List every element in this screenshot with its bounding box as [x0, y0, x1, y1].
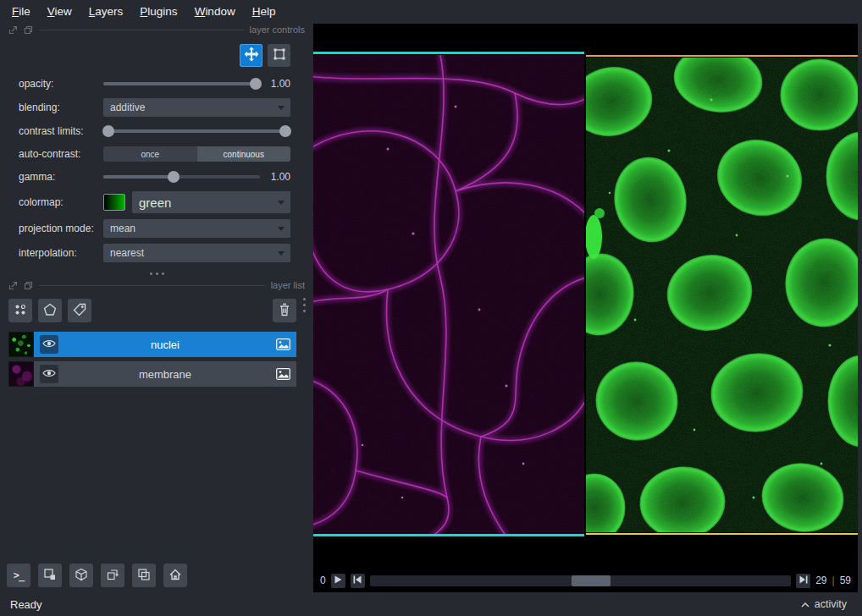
gamma-label: gamma: — [19, 171, 103, 183]
layer-row-membrane[interactable]: membrane — [8, 361, 296, 387]
transpose-icon — [106, 568, 119, 584]
left-dock-panel: layer controls opacity: — [0, 22, 313, 592]
slider-knob[interactable] — [250, 78, 262, 90]
skip-to-start-icon — [352, 575, 362, 587]
orange-boundary-line-top — [586, 55, 858, 57]
slider-fill — [103, 175, 174, 179]
layer-visibility-button[interactable] — [40, 335, 58, 354]
dock-canvas-splitter[interactable] — [303, 298, 306, 312]
new-points-layer-button[interactable] — [8, 299, 32, 322]
transform-icon — [272, 47, 287, 64]
slider-knob[interactable] — [168, 171, 180, 183]
gamma-slider[interactable] — [103, 170, 260, 184]
auto-contrast-continuous-button[interactable]: continuous — [197, 146, 291, 162]
header-divider — [39, 285, 265, 286]
activity-label: activity — [815, 598, 847, 610]
menu-layers[interactable]: Layers — [80, 3, 132, 20]
auto-contrast-once-button[interactable]: once — [103, 146, 197, 162]
menu-plugins[interactable]: Plugins — [131, 3, 185, 20]
trash-icon — [278, 303, 291, 319]
gamma-value: 1.00 — [260, 171, 290, 183]
contrast-max-knob[interactable] — [279, 125, 291, 137]
layer-name: membrane — [34, 368, 296, 381]
layer-row-nuclei[interactable]: nuclei — [8, 332, 296, 357]
slider-fill — [108, 129, 285, 133]
layer-list-header: layer list — [0, 278, 313, 293]
dims-slider-row: 0 29 | 59 — [320, 573, 851, 588]
layer-list-title: layer list — [271, 280, 305, 290]
menu-view[interactable]: View — [39, 3, 80, 20]
layer-controls-title: layer controls — [250, 25, 305, 35]
frame-slider-handle[interactable] — [572, 575, 611, 586]
menu-file[interactable]: File — [3, 3, 39, 20]
layer-list-toolbar — [0, 293, 313, 327]
grid-view-button[interactable] — [132, 564, 156, 587]
jump-to-start-button[interactable] — [351, 574, 365, 588]
projection-mode-dropdown[interactable]: mean — [103, 219, 290, 238]
yellow-boundary-line-bottom — [586, 533, 858, 535]
dim-axis-label: 0 — [320, 575, 326, 586]
popout-panel-icon[interactable] — [24, 25, 33, 35]
interpolation-label: interpolation: — [19, 247, 103, 259]
contrast-min-knob[interactable] — [102, 125, 114, 137]
menubar: File View Layers Plugins Window Help — [0, 0, 862, 22]
blending-value: additive — [110, 102, 145, 113]
slider-fill — [103, 82, 260, 85]
chevron-down-icon — [278, 227, 285, 231]
eye-icon — [42, 338, 56, 351]
layer-name: nuclei — [34, 338, 296, 351]
console-button[interactable]: >_ — [7, 564, 30, 587]
play-button[interactable] — [331, 574, 345, 588]
labels-tag-icon — [73, 303, 86, 319]
play-icon — [333, 575, 343, 587]
layer-thumbnail — [8, 332, 34, 357]
viewer-canvas[interactable] — [313, 24, 858, 567]
layer-controls-panel: opacity: 1.00 blending: additive contras… — [0, 37, 313, 262]
ndisplay-icon — [43, 568, 57, 584]
jump-to-end-button[interactable] — [796, 574, 810, 588]
cyan-boundary-line-bottom — [313, 534, 584, 536]
menu-help[interactable]: Help — [244, 3, 285, 20]
points-icon — [14, 303, 27, 319]
image-layer-icon — [276, 338, 290, 350]
chevron-up-icon — [801, 598, 810, 610]
colormap-value: green — [139, 195, 171, 210]
menu-window[interactable]: Window — [186, 3, 244, 20]
interpolation-dropdown[interactable]: nearest — [103, 244, 290, 262]
dock-splitter-handle[interactable] — [0, 268, 313, 278]
cube-icon — [75, 568, 88, 584]
colormap-dropdown[interactable]: green — [132, 191, 290, 213]
blending-dropdown[interactable]: additive — [103, 98, 290, 117]
eye-icon — [42, 368, 56, 381]
new-labels-layer-button[interactable] — [68, 299, 91, 322]
home-icon — [169, 568, 182, 584]
pan-zoom-button[interactable] — [240, 44, 262, 67]
float-panel-icon[interactable] — [8, 281, 18, 290]
roll-dimensions-button[interactable] — [69, 564, 93, 587]
status-text: Ready — [10, 598, 42, 611]
delete-layer-button[interactable] — [273, 299, 296, 322]
shapes-icon — [43, 303, 57, 319]
status-bar: Ready activity — [0, 592, 862, 616]
projection-mode-value: mean — [110, 223, 135, 234]
chevron-down-icon — [278, 201, 285, 205]
opacity-slider[interactable] — [103, 77, 260, 91]
ndisplay-toggle-button[interactable] — [38, 564, 62, 587]
transpose-dimensions-button[interactable] — [101, 564, 124, 587]
opacity-value: 1.00 — [260, 78, 290, 90]
projection-mode-label: projection mode: — [19, 223, 103, 234]
layer-visibility-button[interactable] — [40, 365, 58, 383]
auto-contrast-label: auto-contrast: — [19, 148, 103, 160]
contrast-limits-slider[interactable] — [103, 124, 290, 138]
viewer-area: 0 29 | 59 — [313, 24, 858, 592]
opacity-label: opacity: — [19, 78, 103, 90]
popout-panel-icon[interactable] — [24, 281, 33, 290]
activity-button[interactable]: activity — [796, 597, 852, 612]
float-panel-icon[interactable] — [8, 25, 18, 35]
new-shapes-layer-button[interactable] — [38, 299, 62, 322]
transform-button[interactable] — [268, 44, 290, 67]
home-button[interactable] — [163, 564, 187, 587]
frame-slider[interactable] — [370, 575, 791, 586]
napari-window: File View Layers Plugins Window Help lay… — [0, 0, 862, 616]
console-icon: >_ — [14, 569, 24, 581]
